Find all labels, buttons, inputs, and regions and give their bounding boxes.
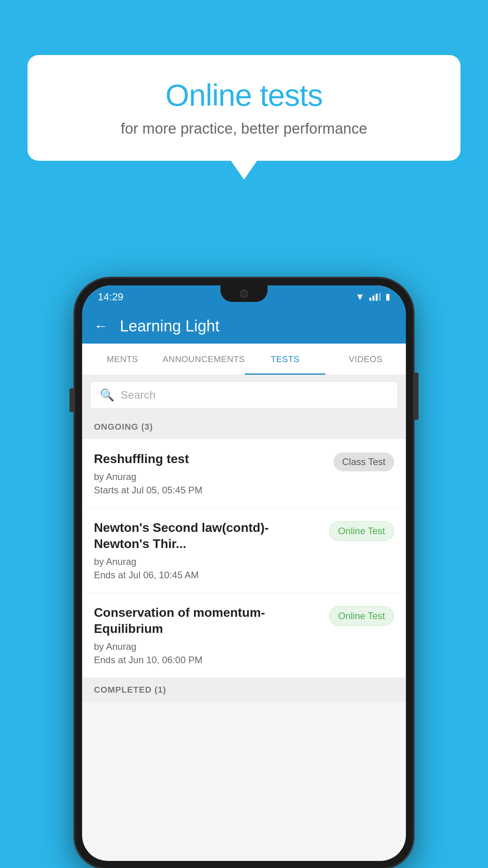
tab-tests[interactable]: TESTS: [245, 344, 325, 375]
test-name-2: Newton's Second law(contd)-Newton's Thir…: [94, 520, 321, 552]
test-name-3: Conservation of momentum-Equilibrium: [94, 605, 321, 637]
camera-icon: [240, 289, 248, 298]
back-button[interactable]: ←: [94, 318, 108, 334]
test-item[interactable]: Conservation of momentum-Equilibrium by …: [82, 593, 406, 678]
test-date-2: Ends at Jul 06, 10:45 AM: [94, 570, 321, 581]
promo-subtitle: for more practice, better performance: [59, 120, 429, 137]
search-container: 🔍 Search: [82, 375, 406, 415]
phone-notch: [220, 285, 268, 302]
test-badge-1: Class Test: [334, 452, 394, 471]
status-time: 14:29: [98, 291, 123, 303]
battery-icon: ▮: [385, 292, 390, 302]
search-input[interactable]: Search: [121, 389, 156, 401]
test-date-3: Ends at Jun 10, 06:00 PM: [94, 655, 321, 666]
test-by-3: by Anurag: [94, 641, 321, 652]
test-name-1: Reshuffling test: [94, 451, 326, 467]
phone-screen: 14:29 ▼ ▮ ← Learning Light: [82, 285, 406, 861]
wifi-icon: ▼: [355, 291, 365, 302]
search-box[interactable]: 🔍 Search: [90, 381, 398, 408]
test-info-3: Conservation of momentum-Equilibrium by …: [94, 605, 321, 666]
app-bar: ← Learning Light: [82, 308, 406, 344]
app-title: Learning Light: [120, 317, 220, 335]
promo-title: Online tests: [59, 79, 429, 112]
phone-outer: 14:29 ▼ ▮ ← Learning Light: [75, 278, 413, 868]
test-info-1: Reshuffling test by Anurag Starts at Jul…: [94, 451, 326, 496]
test-item[interactable]: Reshuffling test by Anurag Starts at Jul…: [82, 439, 406, 508]
status-icons: ▼ ▮: [355, 291, 390, 302]
search-icon: 🔍: [100, 388, 114, 402]
test-badge-2: Online Test: [329, 521, 394, 541]
phone-device: 14:29 ▼ ▮ ← Learning Light: [75, 278, 413, 868]
test-info-2: Newton's Second law(contd)-Newton's Thir…: [94, 520, 321, 581]
completed-section-header: COMPLETED (1): [82, 678, 406, 702]
tabs-bar: MENTS ANNOUNCEMENTS TESTS VIDEOS: [82, 344, 406, 375]
speech-bubble: Online tests for more practice, better p…: [28, 55, 460, 161]
tab-videos[interactable]: VIDEOS: [325, 344, 406, 375]
test-by-1: by Anurag: [94, 471, 326, 482]
signal-icon: [369, 293, 381, 301]
promo-section: Online tests for more practice, better p…: [28, 55, 460, 161]
tab-announcements[interactable]: ANNOUNCEMENTS: [163, 344, 245, 375]
test-item[interactable]: Newton's Second law(contd)-Newton's Thir…: [82, 508, 406, 593]
ongoing-section-header: ONGOING (3): [82, 415, 406, 439]
test-by-2: by Anurag: [94, 556, 321, 567]
tab-ments[interactable]: MENTS: [82, 344, 163, 375]
test-date-1: Starts at Jul 05, 05:45 PM: [94, 485, 326, 496]
test-badge-3: Online Test: [329, 606, 394, 626]
